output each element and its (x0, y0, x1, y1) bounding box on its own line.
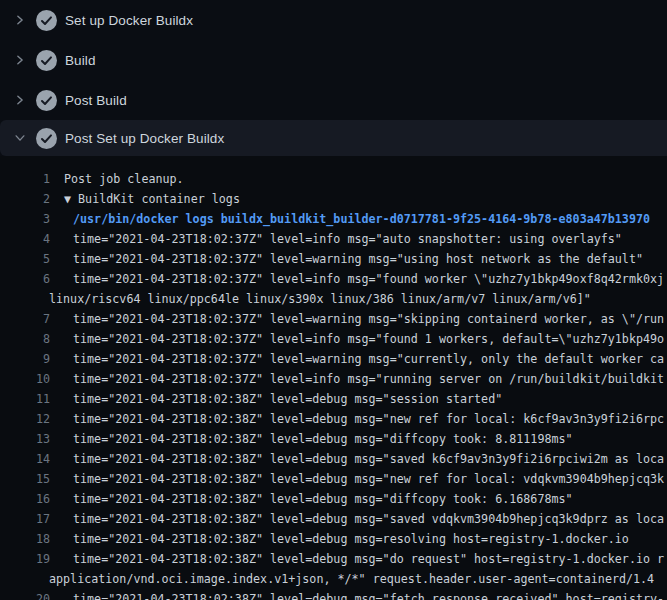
chevron-right-icon (13, 93, 27, 107)
log-line-text: time="2021-04-23T18:02:38Z" level=debug … (73, 429, 573, 449)
log-line-text: time="2021-04-23T18:02:37Z" level=warnin… (73, 349, 664, 369)
log-line-number[interactable]: 18 (0, 529, 50, 549)
step-section-post-build[interactable]: Post Build (0, 80, 667, 120)
log-line-text: linux/riscv64 linux/ppc64le linux/s390x … (49, 289, 591, 309)
check-circle-icon (36, 128, 57, 149)
check-circle-icon (36, 90, 57, 111)
log-line-text: time="2021-04-23T18:02:37Z" level=info m… (73, 329, 664, 349)
chevron-right-icon (13, 53, 27, 67)
check-circle-icon (36, 10, 57, 31)
log-line: 2▼ BuildKit container logs (0, 189, 667, 209)
log-line-number[interactable]: 15 (0, 469, 50, 489)
log-line: 7time="2021-04-23T18:02:37Z" level=warni… (0, 309, 667, 329)
log-line-text: time="2021-04-23T18:02:38Z" level=debug … (73, 549, 664, 569)
log-line: 5time="2021-04-23T18:02:37Z" level=warni… (0, 249, 667, 269)
log-line-text: time="2021-04-23T18:02:38Z" level=debug … (73, 409, 664, 429)
log-line: 9time="2021-04-23T18:02:37Z" level=warni… (0, 349, 667, 369)
log-line: 17time="2021-04-23T18:02:38Z" level=debu… (0, 509, 667, 529)
log-line: 15time="2021-04-23T18:02:38Z" level=debu… (0, 469, 667, 489)
log-line-number[interactable]: 2 (0, 189, 50, 209)
check-circle-icon (36, 50, 57, 71)
step-label: Post Set up Docker Buildx (65, 131, 224, 146)
log-line-text: time="2021-04-23T18:02:37Z" level=info m… (73, 269, 664, 289)
log-line-text: time="2021-04-23T18:02:38Z" level=debug … (73, 509, 664, 529)
log-scroll-area[interactable]: 1Post job cleanup.2▼ BuildKit container … (0, 156, 667, 600)
log-line-number[interactable]: 12 (0, 409, 50, 429)
log-line-number[interactable]: 4 (0, 229, 50, 249)
log-line-text: /usr/bin/docker logs buildx_buildkit_bui… (73, 209, 650, 229)
step-section-build[interactable]: Build (0, 40, 667, 80)
log-line-number[interactable]: 19 (0, 549, 50, 569)
log-line: 4time="2021-04-23T18:02:37Z" level=info … (0, 229, 667, 249)
log-line: 8time="2021-04-23T18:02:37Z" level=info … (0, 329, 667, 349)
log-line: 16time="2021-04-23T18:02:38Z" level=debu… (0, 489, 667, 509)
log-line-number[interactable]: 13 (0, 429, 50, 449)
log-line-number[interactable]: 10 (0, 369, 50, 389)
log-line-number[interactable]: 5 (0, 249, 50, 269)
log-line: 20time="2021-04-23T18:02:38Z" level=debu… (0, 589, 667, 600)
log-line-text: time="2021-04-23T18:02:37Z" level=warnin… (73, 249, 643, 269)
log-line: 11time="2021-04-23T18:02:38Z" level=debu… (0, 389, 667, 409)
chevron-right-icon (13, 13, 27, 27)
step-section-post-set-up-docker-buildx[interactable]: Post Set up Docker Buildx (0, 120, 667, 156)
log-line: 12time="2021-04-23T18:02:38Z" level=debu… (0, 409, 667, 429)
chevron-down-icon (13, 131, 27, 145)
log-line-text: time="2021-04-23T18:02:38Z" level=debug … (73, 469, 664, 489)
workflow-steps-list: Set up Docker Buildx Build Post Build Po… (0, 0, 667, 156)
log-line-number[interactable]: 16 (0, 489, 50, 509)
log-line-number[interactable]: 17 (0, 509, 50, 529)
log-line: 6time="2021-04-23T18:02:37Z" level=info … (0, 269, 667, 289)
log-line-number[interactable]: 8 (0, 329, 50, 349)
log-line: 10time="2021-04-23T18:02:37Z" level=info… (0, 369, 667, 389)
log-line-number[interactable]: 1 (0, 169, 50, 189)
log-line: 1Post job cleanup. (0, 169, 667, 189)
log-line-text: time="2021-04-23T18:02:38Z" level=debug … (73, 489, 573, 509)
log-line-number[interactable]: 6 (0, 269, 50, 289)
step-label: Post Build (65, 93, 127, 108)
log-line: application/vnd.oci.image.index.v1+json,… (0, 569, 667, 589)
step-section-set-up-docker-buildx[interactable]: Set up Docker Buildx (0, 0, 667, 40)
log-line: 18time="2021-04-23T18:02:38Z" level=debu… (0, 529, 667, 549)
log-line-number[interactable]: 14 (0, 449, 50, 469)
log-line: 19time="2021-04-23T18:02:38Z" level=debu… (0, 549, 667, 569)
log-line-text: time="2021-04-23T18:02:37Z" level=info m… (73, 229, 622, 249)
step-label: Set up Docker Buildx (65, 13, 193, 28)
log-line: 14time="2021-04-23T18:02:38Z" level=debu… (0, 449, 667, 469)
log-line-text: time="2021-04-23T18:02:37Z" level=info m… (73, 369, 664, 389)
log-line-number[interactable]: 7 (0, 309, 50, 329)
log-line-text: time="2021-04-23T18:02:38Z" level=debug … (73, 449, 664, 469)
log-line: linux/riscv64 linux/ppc64le linux/s390x … (0, 289, 667, 309)
log-line-text: application/vnd.oci.image.index.v1+json,… (49, 569, 654, 589)
log-line-number[interactable]: 3 (0, 209, 50, 229)
log-line: 13time="2021-04-23T18:02:38Z" level=debu… (0, 429, 667, 449)
log-line-number[interactable]: 9 (0, 349, 50, 369)
log-line-text: Post job cleanup. (64, 169, 184, 189)
log-group-toggle[interactable]: ▼ BuildKit container logs (64, 189, 240, 209)
log-line-text: time="2021-04-23T18:02:38Z" level=debug … (73, 529, 629, 549)
log-line-text: time="2021-04-23T18:02:38Z" level=debug … (73, 589, 664, 600)
log-line: 3/usr/bin/docker logs buildx_buildkit_bu… (0, 209, 667, 229)
step-label: Build (65, 53, 96, 68)
log-line-text: time="2021-04-23T18:02:37Z" level=warnin… (73, 309, 664, 329)
log-line-number[interactable]: 20 (0, 589, 50, 600)
log-line-text: time="2021-04-23T18:02:38Z" level=debug … (73, 389, 502, 409)
log-line-number[interactable]: 11 (0, 389, 50, 409)
